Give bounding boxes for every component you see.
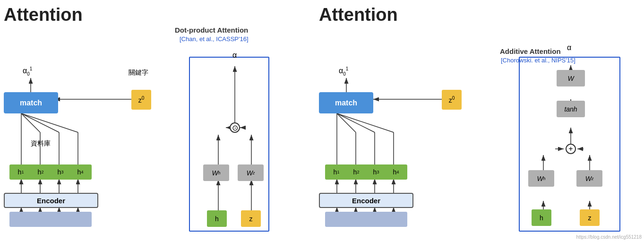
left-h4-block: h4 xyxy=(69,164,92,180)
right-left-encoder-box: Encoder xyxy=(319,193,413,208)
right-tanh-block: tanh xyxy=(557,101,585,117)
svg-line-13 xyxy=(21,113,59,132)
right-Wh-block: Wh xyxy=(528,170,554,187)
left-input-2 xyxy=(29,212,52,227)
right-h-input: h xyxy=(532,209,551,226)
right-left-input-3 xyxy=(365,212,387,227)
right-left-input-2 xyxy=(345,212,368,227)
right-left-title: Attention xyxy=(319,5,398,25)
svg-line-38 xyxy=(337,113,375,132)
left-input-4 xyxy=(69,212,92,227)
left-h2-block: h2 xyxy=(29,164,52,180)
right-left-match-box: match xyxy=(319,92,373,113)
center-z-input: z xyxy=(241,210,261,227)
center-dot-circle: ⊙ xyxy=(230,122,240,133)
right-left-alpha-label: α01 xyxy=(339,66,348,77)
left-input-3 xyxy=(49,212,72,227)
left-alpha-label: α01 xyxy=(23,66,32,77)
right-Wz-block: Wz xyxy=(576,170,602,187)
svg-line-36 xyxy=(337,113,356,132)
right-alpha-label: α xyxy=(567,43,571,52)
svg-line-11 xyxy=(21,113,40,132)
center-Wh-block: Wh xyxy=(203,164,229,181)
center-border-box xyxy=(189,57,269,232)
left-input-1 xyxy=(9,212,32,227)
left-match-box: match xyxy=(4,92,58,113)
left-z0-block: z0 xyxy=(131,90,151,110)
left-h1-block: h1 xyxy=(9,164,32,180)
left-title: Attention xyxy=(4,5,83,25)
right-citation: [Chorowski. et al., NIPS'15] xyxy=(501,57,575,64)
main-diagram: Attention α01 match z0 資料庫 關鍵字 h1 h2 h3 … xyxy=(0,0,644,242)
right-left-input-4 xyxy=(385,212,407,227)
left-keyword-label: 關鍵字 xyxy=(129,69,148,77)
center-h-input: h xyxy=(207,210,227,227)
right-z-input: z xyxy=(580,209,600,226)
watermark: https://blog.csdn.net/icg551218 xyxy=(576,234,642,240)
right-plus-circle: + xyxy=(566,144,576,154)
right-left-h1-block: h1 xyxy=(325,164,348,180)
right-left-h3-block: h3 xyxy=(365,164,387,180)
svg-line-40 xyxy=(337,113,394,132)
right-left-z0-block: z0 xyxy=(442,90,462,110)
right-W-block: W xyxy=(557,70,585,86)
right-left-input-1 xyxy=(325,212,348,227)
svg-line-15 xyxy=(21,113,78,132)
right-left-h2-block: h2 xyxy=(345,164,368,180)
center-Wz-block: Wz xyxy=(238,164,264,181)
center-title: Dot-product Attention xyxy=(175,26,248,34)
left-database-label: 資料庫 xyxy=(31,139,51,148)
right-left-h4-block: h4 xyxy=(385,164,407,180)
left-h3-block: h3 xyxy=(49,164,72,180)
right-title: Additive Attention xyxy=(500,47,561,55)
left-encoder-box: Encoder xyxy=(4,193,98,208)
center-alpha-label: α xyxy=(232,51,237,60)
center-citation: [Chan, et al., ICASSP'16] xyxy=(180,35,249,43)
